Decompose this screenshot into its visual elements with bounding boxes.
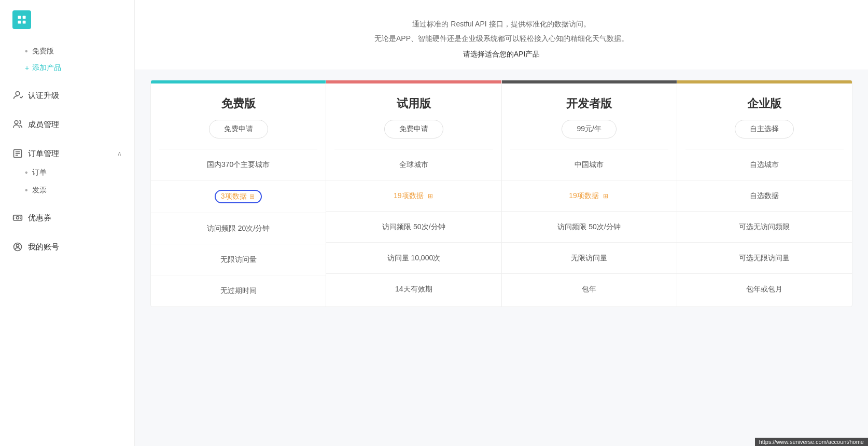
plan-enterprise: 企业版 自主选择 自选城市 自选数据 可选无访问频限 可选无限访问量 包年或包月: [677, 80, 852, 306]
plan-btn-enterprise[interactable]: 自主选择: [735, 120, 794, 138]
sidebar-member-label: 成员管理: [28, 120, 59, 130]
header-text-line1: 通过标准的 Restful API 接口，提供标准化的数据访问。: [412, 20, 590, 28]
sidebar-item-auth-upgrade[interactable]: 认证升级: [0, 85, 134, 106]
sidebar-member: 成员管理: [0, 110, 134, 139]
external-link-icon-trial[interactable]: ⊞: [427, 192, 434, 200]
sidebar-order-sub-label: 订单: [32, 168, 47, 177]
grid-icon: [17, 15, 27, 25]
url-bar: https://www.seniverse.com/account/home: [755, 438, 868, 446]
expand-icon: ∧: [117, 150, 122, 157]
list-icon: [12, 148, 23, 159]
plan-row-city-enterprise: 自选城市: [677, 149, 852, 180]
plan-row-access-free: 访问频限 20次/分钟: [151, 213, 326, 244]
plan-access-free: 访问频限 20次/分钟: [207, 224, 270, 233]
plan-validity-developer: 包年: [582, 285, 596, 294]
user-circle-icon: [12, 242, 23, 252]
plan-row-data-trial: 19项数据 ⊞: [326, 180, 501, 212]
plan-row-validity-enterprise: 包年或包月: [677, 274, 852, 305]
plan-access-trial: 访问频限 50次/分钟: [382, 222, 445, 232]
person-upgrade-icon: [12, 90, 23, 101]
sidebar-auth-label: 认证升级: [28, 91, 59, 101]
plan-row-validity-developer: 包年: [502, 274, 677, 305]
sidebar-sub-order[interactable]: 订单: [0, 164, 134, 182]
plan-developer: 开发者版 99元/年 中国城市 19项数据 ⊞ 访问频限 50次/分钟 无限访问…: [502, 80, 677, 306]
plan-free: 免费版 免费申请 国内370个主要城市 3项数据 ⊞ 访问频限 20次/分钟 无…: [151, 80, 326, 306]
plan-btn-area-free: 免费申请: [151, 120, 326, 149]
sidebar-coupon-label: 优惠券: [28, 213, 51, 223]
svg-rect-1: [23, 16, 26, 19]
plan-city-enterprise: 自选城市: [750, 160, 779, 170]
main-content: 通过标准的 Restful API 接口，提供标准化的数据访问。 无论是APP、…: [135, 0, 868, 446]
plan-btn-area-enterprise: 自主选择: [677, 120, 852, 149]
plan-city-trial: 全球城市: [399, 160, 428, 170]
sidebar-sub-invoice[interactable]: 发票: [0, 182, 134, 199]
plan-btn-developer[interactable]: 99元/年: [562, 120, 616, 138]
sidebar-free-label: 免费版: [32, 47, 54, 56]
plan-validity-free: 无过期时间: [220, 286, 257, 296]
sidebar-add-product[interactable]: + 添加产品: [0, 59, 134, 77]
plan-btn-free[interactable]: 免费申请: [209, 120, 268, 138]
plan-row-data-enterprise: 自选数据: [677, 180, 852, 212]
plan-access-developer: 访问频限 50次/分钟: [557, 222, 620, 232]
plan-trial: 试用版 免费申请 全球城市 19项数据 ⊞ 访问频限 50次/分钟 访问量 10…: [326, 80, 501, 306]
plan-row-city-trial: 全球城市: [326, 149, 501, 180]
plan-row-city-free: 国内370个主要城市: [151, 149, 326, 180]
plan-btn-area-trial: 免费申请: [326, 120, 501, 149]
sidebar-logo[interactable]: [12, 10, 31, 29]
plan-data-trial: 19项数据: [394, 191, 424, 201]
plan-volume-enterprise: 可选无限访问量: [739, 254, 790, 263]
ticket-icon: [12, 213, 23, 223]
header-section: 通过标准的 Restful API 接口，提供标准化的数据访问。 无论是APP、…: [135, 0, 868, 69]
sidebar-item-order-manage[interactable]: 订单管理 ∧: [0, 143, 134, 164]
svg-rect-9: [13, 215, 22, 220]
sidebar-item-member-manage[interactable]: 成员管理: [0, 114, 134, 135]
plan-btn-trial[interactable]: 免费申请: [384, 120, 443, 138]
plan-row-volume-free: 无限访问量: [151, 244, 326, 275]
plan-volume-developer: 无限访问量: [571, 254, 607, 263]
plan-row-access-developer: 访问频限 50次/分钟: [502, 212, 677, 243]
plan-row-city-developer: 中国城市: [502, 149, 677, 180]
plan-city-free: 国内370个主要城市: [207, 160, 270, 170]
sidebar-account-label: 我的账号: [28, 242, 59, 252]
sidebar: 免费版 + 添加产品 认证升级: [0, 0, 135, 446]
plan-row-volume-developer: 无限访问量: [502, 243, 677, 274]
plan-title-developer: 开发者版: [502, 83, 677, 120]
sidebar-item-coupon[interactable]: 优惠券: [0, 207, 134, 228]
plan-row-data-developer: 19项数据 ⊞: [502, 180, 677, 212]
header-select-prompt: 请选择适合您的API产品: [156, 50, 847, 59]
sidebar-item-free-version[interactable]: 免费版: [0, 44, 134, 59]
sidebar-order-section: 订单管理 ∧ 订单 发票: [0, 139, 134, 203]
sidebar-invoice-sub-label: 发票: [32, 186, 47, 195]
svg-point-12: [17, 244, 19, 247]
svg-point-10: [17, 217, 19, 219]
header-line1: 通过标准的 Restful API 接口，提供标准化的数据访问。 无论是APP、…: [156, 17, 847, 46]
sidebar-item-my-account[interactable]: 我的账号: [0, 236, 134, 257]
plan-volume-trial: 访问量 10,000次: [387, 254, 441, 263]
header-text-line2: 无论是APP、智能硬件还是企业级系统都可以轻松接入心知的精细化天气数据。: [374, 34, 628, 43]
plans-container: 免费版 免费申请 国内370个主要城市 3项数据 ⊞ 访问频限 20次/分钟 无…: [150, 80, 852, 307]
svg-rect-2: [18, 21, 21, 24]
svg-rect-3: [23, 21, 26, 24]
plan-row-volume-enterprise: 可选无限访问量: [677, 243, 852, 274]
plan-city-developer: 中国城市: [575, 160, 604, 170]
plan-row-access-trial: 访问频限 50次/分钟: [326, 212, 501, 243]
sidebar-auth: 认证升级: [0, 81, 134, 110]
plan-validity-enterprise: 包年或包月: [746, 285, 782, 294]
sidebar-coupon-section: 优惠券: [0, 203, 134, 232]
sidebar-account-section: 我的账号: [0, 232, 134, 261]
plan-validity-trial: 14天有效期: [395, 285, 432, 294]
plan-row-volume-trial: 访问量 10,000次: [326, 243, 501, 274]
external-link-icon-developer[interactable]: ⊞: [602, 192, 609, 200]
svg-point-4: [15, 121, 18, 124]
plan-title-enterprise: 企业版: [677, 83, 852, 120]
group-icon: [12, 119, 23, 130]
external-link-icon-free[interactable]: ⊞: [248, 193, 256, 200]
plan-volume-free: 无限访问量: [220, 255, 257, 264]
plan-row-validity-free: 无过期时间: [151, 275, 326, 306]
plus-icon: +: [25, 64, 29, 72]
plan-row-validity-trial: 14天有效期: [326, 274, 501, 305]
plan-row-access-enterprise: 可选无访问频限: [677, 212, 852, 243]
plan-title-free: 免费版: [151, 83, 326, 120]
plan-row-data-free: 3项数据 ⊞: [151, 180, 326, 213]
plan-data-free-text: 3项数据: [221, 192, 247, 200]
